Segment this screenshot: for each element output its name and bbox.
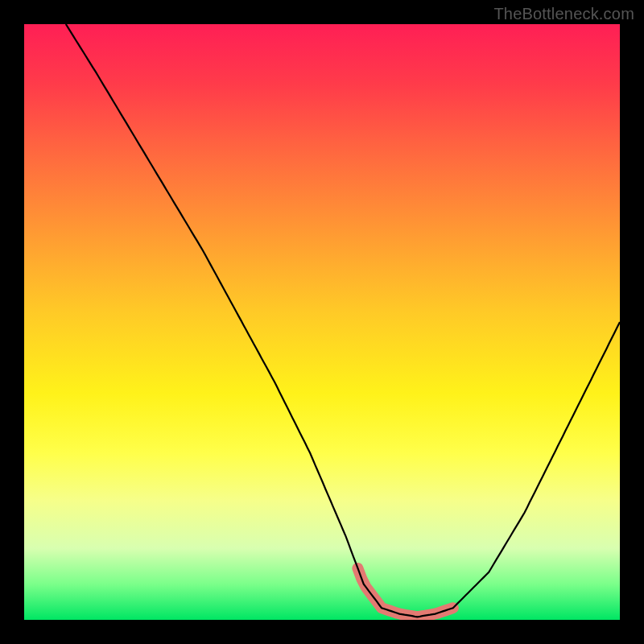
highlight-optimal-zone [357,568,452,617]
bottleneck-curve-line [66,24,620,617]
curve-svg [24,24,620,620]
plot-area [24,24,620,620]
watermark-text: TheBottleneck.com [493,5,634,23]
